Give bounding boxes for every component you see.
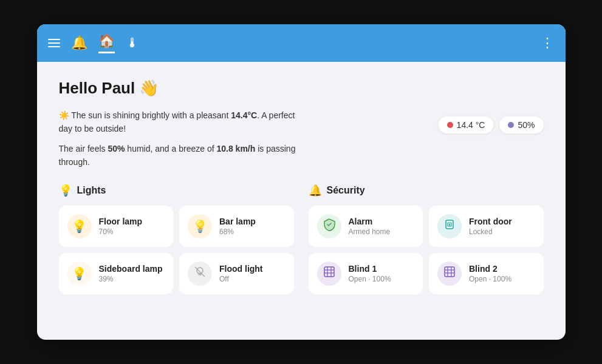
home-tab-icon[interactable]: 🏠 [98, 33, 115, 53]
front-door-value: Locked [469, 228, 512, 236]
main-content: Hello Paul 👋 ☀️ The sun is shining brigh… [37, 62, 566, 340]
blind1-card[interactable]: Blind 1 Open · 100% [309, 253, 423, 294]
flood-light-card[interactable]: Flood light Off [179, 253, 294, 294]
topbar-more[interactable]: ⋮ [541, 35, 555, 51]
floor-lamp-title: Floor lamp [99, 217, 143, 226]
weather-badges: 14.4 °C 50% [439, 116, 544, 133]
thermometer-tab-icon[interactable]: 🌡 [126, 35, 139, 51]
sideboard-lamp-value: 39% [99, 275, 163, 283]
greeting-text: Hello Paul 👋 [59, 79, 544, 98]
humid-bold: 50% [108, 144, 125, 153]
sideboard-lamp-text: Sideboard lamp 39% [99, 264, 163, 283]
blind2-card[interactable]: Blind 2 Open · 100% [429, 253, 544, 294]
floor-lamp-icon: 💡 [67, 214, 92, 238]
alarm-icon [317, 214, 341, 238]
alarm-card[interactable]: Alarm Armed home [309, 206, 423, 247]
temp-badge-value: 14.4 °C [457, 120, 485, 130]
blind1-value: Open · 100% [349, 275, 391, 283]
front-door-text: Front door Locked [469, 217, 512, 236]
security-section-label: Sécurity [327, 185, 365, 196]
front-door-card[interactable]: Front door Locked [429, 206, 544, 247]
temp-dot-icon [447, 122, 453, 128]
security-section-icon: 🔔 [309, 184, 322, 197]
security-section-header: 🔔 Sécurity [309, 184, 544, 197]
front-door-icon [437, 214, 462, 238]
security-section: 🔔 Sécurity [309, 184, 544, 294]
flood-light-value: Off [219, 275, 263, 283]
svg-point-0 [197, 268, 203, 274]
alarm-text: Alarm Armed home [349, 217, 391, 236]
flood-light-icon [188, 261, 212, 286]
alarm-title: Alarm [349, 217, 391, 226]
topbar-nav: 🔔 🏠 🌡 [48, 33, 139, 53]
app-window: 🔔 🏠 🌡 ⋮ Hello Paul 👋 ☀️ The sun is shini… [37, 24, 566, 340]
svg-rect-10 [445, 267, 454, 277]
bell-icon[interactable]: 🔔 [71, 35, 87, 51]
topbar: 🔔 🏠 🌡 ⋮ [37, 24, 566, 62]
lights-section-icon: 💡 [59, 184, 72, 197]
security-grid: Alarm Armed home [309, 206, 544, 294]
humid-badge: 50% [499, 116, 543, 133]
bar-lamp-card[interactable]: 💡 Bar lamp 68% [179, 206, 294, 247]
lights-grid: 💡 Floor lamp 70% 💡 Bar lamp [59, 206, 294, 294]
floor-lamp-value: 70% [99, 228, 143, 236]
bar-lamp-value: 68% [219, 228, 256, 236]
svg-rect-5 [324, 267, 334, 277]
weather-line1: ☀️ The sun is shining brightly with a pl… [59, 109, 302, 136]
floor-lamp-text: Floor lamp 70% [99, 217, 143, 236]
flood-light-title: Flood light [219, 264, 263, 274]
lights-section: 💡 Lights 💡 Floor lamp 70% [59, 184, 294, 294]
sideboard-lamp-title: Sideboard lamp [99, 264, 163, 274]
blind1-icon [317, 261, 341, 286]
lights-section-label: Lights [77, 185, 106, 196]
svg-point-4 [449, 224, 450, 225]
wind-bold: 10.8 km/h [216, 144, 255, 153]
menu-icon[interactable] [48, 39, 60, 47]
humid-badge-value: 50% [518, 120, 535, 130]
front-door-title: Front door [469, 217, 512, 226]
temp-badge: 14.4 °C [439, 116, 494, 133]
alarm-value: Armed home [349, 228, 391, 236]
blind2-title: Blind 2 [469, 264, 511, 274]
blind2-value: Open · 100% [469, 275, 511, 283]
sideboard-lamp-icon: 💡 [67, 261, 92, 286]
air-mid: humid, and a breeze of [125, 144, 216, 153]
blind1-title: Blind 1 [349, 264, 391, 274]
humid-dot-icon [508, 122, 514, 128]
floor-lamp-card[interactable]: 💡 Floor lamp 70% [59, 206, 174, 247]
weather-line2: The air feels 50% humid, and a breeze of… [59, 142, 302, 169]
air-line: The air feels [59, 144, 108, 153]
flood-light-text: Flood light Off [219, 264, 263, 283]
bar-lamp-icon: 💡 [188, 214, 212, 238]
sun-icon-text: ☀️ The sun is shining brightly with a pl… [59, 110, 231, 120]
device-sections: 💡 Lights 💡 Floor lamp 70% [59, 184, 544, 294]
blind1-text: Blind 1 Open · 100% [349, 264, 391, 283]
bar-lamp-title: Bar lamp [219, 217, 256, 226]
blind2-text: Blind 2 Open · 100% [469, 264, 511, 283]
blind2-icon [437, 261, 462, 286]
lights-section-header: 💡 Lights [59, 184, 294, 197]
more-options-icon[interactable]: ⋮ [541, 35, 555, 50]
bar-lamp-text: Bar lamp 68% [219, 217, 256, 236]
sideboard-lamp-card[interactable]: 💡 Sideboard lamp 39% [59, 253, 174, 294]
temp-value: 14.4°C [231, 110, 257, 120]
